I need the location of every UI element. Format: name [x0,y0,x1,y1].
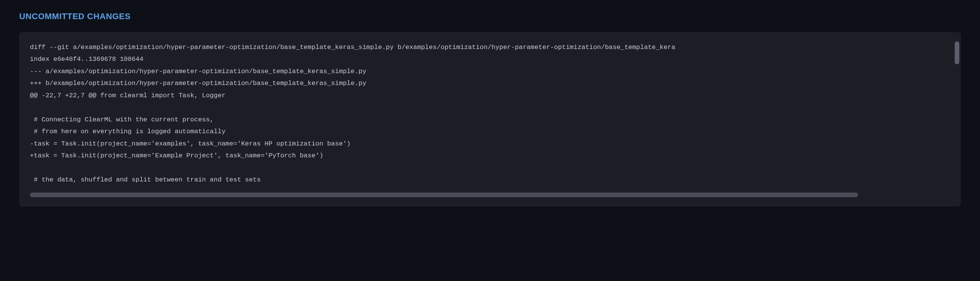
diff-content-wrapper: diff --git a/examples/optimization/hyper… [30,41,950,186]
diff-line: diff --git a/examples/optimization/hyper… [30,44,675,51]
diff-line: --- a/examples/optimization/hyper-parame… [30,68,366,75]
vertical-scrollbar[interactable] [955,41,959,64]
diff-line: # the data, shuffled and split between t… [30,176,261,183]
horizontal-scrollbar[interactable] [30,193,858,197]
diff-line: +task = Task.init(project_name='Example … [30,152,323,159]
diff-line: -task = Task.init(project_name='examples… [30,140,351,147]
diff-line: # from here on everything is logged auto… [30,128,225,135]
diff-panel: diff --git a/examples/optimization/hyper… [19,32,961,206]
uncommitted-changes-section: UNCOMMITTED CHANGES diff --git a/example… [19,11,961,206]
diff-line: # Connecting ClearML with the current pr… [30,116,214,123]
diff-line: +++ b/examples/optimization/hyper-parame… [30,80,366,87]
diff-line: index e6e46f4..1369678 100644 [30,56,143,63]
diff-content[interactable]: diff --git a/examples/optimization/hyper… [30,41,950,186]
diff-line: @@ -22,7 +22,7 @@ from clearml import Ta… [30,92,225,99]
section-title: UNCOMMITTED CHANGES [19,11,961,21]
